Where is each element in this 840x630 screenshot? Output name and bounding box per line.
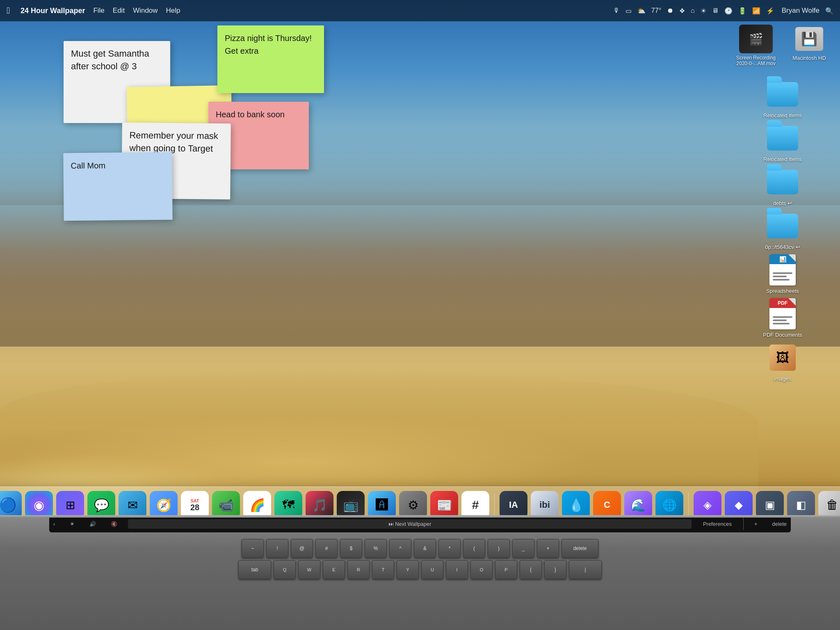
key-0[interactable]: ) [488,539,510,558]
dock-maps[interactable]: 🗺 [274,491,302,519]
key-3[interactable]: # [315,539,338,558]
key-1[interactable]: ! [266,539,288,558]
spreadsheets-icon[interactable]: 📊 Spreadsheets [760,253,805,294]
dock-photos[interactable]: 🌈 [243,491,271,519]
search-icon[interactable]: 🔍 [825,7,833,15]
username-display[interactable]: Bryan Wolfe [782,7,819,15]
key-q[interactable]: Q [274,560,296,579]
macintosh-hd-icon[interactable]: 💾 Macintosh HD [787,25,832,61]
key-tilde[interactable]: ~ [242,539,264,558]
dock-news[interactable]: 📰 [430,491,458,519]
sticky-note-callmom[interactable]: Call Mom [63,152,172,221]
key-t[interactable]: T [372,560,394,579]
tb-delete-key[interactable]: delete [768,519,791,529]
key-4[interactable]: $ [340,539,362,558]
dock-arc[interactable]: 🌊 [624,491,652,519]
key-2[interactable]: @ [291,539,313,558]
key-w[interactable]: W [298,560,320,579]
dock-ia-writer[interactable]: IA [500,491,527,519]
tb-back-key[interactable]: ‹ [49,519,59,529]
dock-mail[interactable]: ✉ [119,491,146,519]
dock-mercury[interactable]: 💧 [562,491,590,519]
home-icon[interactable]: ⌂ [691,7,695,14]
key-minus[interactable]: _ [512,539,534,558]
dock-ibi[interactable]: ibi [531,491,559,519]
key-tab[interactable]: tab [238,560,271,579]
menu-file[interactable]: File [93,7,104,15]
dock-misc4[interactable]: ◧ [787,491,815,519]
key-bracket-r[interactable]: } [544,560,566,579]
dock-tv[interactable]: 📺 [337,491,365,519]
key-u[interactable]: U [421,560,443,579]
weather-icon[interactable]: ⛅ [637,7,646,15]
key-7[interactable]: & [414,539,436,558]
dock-misc2[interactable]: ◆ [725,491,753,519]
mic-icon[interactable]: 🎙 [613,7,620,14]
dock-clario[interactable]: C [593,491,621,519]
clock-icon[interactable]: 🕐 [724,7,733,15]
dock-calendar[interactable]: SAT28 [181,491,209,519]
key-p[interactable]: P [495,560,517,579]
key-bracket-l[interactable]: { [520,560,542,579]
keyboard-row-2: tab Q W E R T Y U I O P { } | [16,560,824,579]
menu-edit[interactable]: Edit [113,7,125,15]
relocated-items-2-icon[interactable]: Relocated Items [760,122,805,162]
apple-logo-icon[interactable]:  [7,5,10,16]
key-delete[interactable]: delete [562,539,598,558]
bluetooth-icon[interactable]: ⚡ [766,7,774,15]
sticky-note-callmom-text: Call Mom [71,161,105,170]
dock-messages[interactable]: 💬 [87,491,115,519]
tb-plus-key[interactable]: + [750,519,762,529]
dock-music[interactable]: 🎵 [306,491,333,519]
wifi-icon[interactable]: 📶 [752,7,760,15]
key-pipe[interactable]: | [569,560,602,579]
dock-trash[interactable]: 🗑 [818,491,840,519]
sticky-note-pizza[interactable]: Pizza night is Thursday! Get extra [217,25,324,93]
dock-misc3[interactable]: ▣ [756,491,784,519]
key-5[interactable]: % [365,539,387,558]
sticky-note-pizza-text: Pizza night is Thursday! Get extra [225,34,312,55]
battery-icon[interactable]: 🔋 [738,7,746,15]
key-plus-eq[interactable]: + [537,539,559,558]
menu-left:  24 Hour Wallpaper File Edit Window Hel… [7,5,613,16]
tb-brightness-key[interactable]: ☀ [66,519,79,529]
dock-appstore[interactable]: 🅰 [368,491,396,519]
dock-slack[interactable]: # [461,491,489,519]
touchbar-next-wallpaper[interactable]: ⏭ Next Wallpaper [128,519,692,529]
menu-window[interactable]: Window [133,7,158,15]
dock-misc1[interactable]: ◈ [694,491,721,519]
dock-launchpad[interactable]: ⊞ [56,491,84,519]
key-o[interactable]: O [470,560,493,579]
pdf-docs-icon[interactable]: PDF PDF Documents [760,297,805,338]
key-6[interactable]: ^ [389,539,411,558]
debts-folder-icon[interactable]: debts ↩ [760,166,805,206]
temp-display: 77° [651,7,661,14]
screen-mirror-icon[interactable]: ▭ [625,7,632,15]
screen-recording-icon[interactable]: 🎬 Screen Recording2020-0-...AM.mov [733,25,778,66]
relocated-items-1-icon[interactable]: Relocated Items [760,78,805,119]
key-r[interactable]: R [347,560,370,579]
app-name[interactable]: 24 Hour Wallpaper [21,7,85,15]
op-folder-icon[interactable]: 0p::/t5643cv ↩ [760,210,805,250]
menu-help[interactable]: Help [166,7,180,15]
tb-volume-up-key[interactable]: 🔊 [85,519,100,529]
key-9[interactable]: ( [463,539,485,558]
dock-finder[interactable]: 🔵 [0,491,22,519]
touchbar-preferences[interactable]: Preferences [698,519,737,529]
brightness-icon[interactable]: ☀ [701,7,706,15]
screen-record-icon[interactable]: ⏺ [667,7,673,14]
dropbox-icon[interactable]: ❖ [679,7,685,15]
key-e[interactable]: E [323,560,345,579]
tb-mute-key[interactable]: 🔇 [107,519,121,529]
dock-system-preferences[interactable]: ⚙ [399,491,427,519]
dock-siri[interactable]: ◉ [25,491,53,519]
key-y[interactable]: Y [397,560,419,579]
dock-safari[interactable]: 🧭 [150,491,178,519]
dock-facetime[interactable]: 📹 [212,491,240,519]
images-icon[interactable]: 🖼 images [760,341,805,382]
display-icon[interactable]: 🖥 [712,7,719,14]
key-8[interactable]: * [438,539,461,558]
pdf-docs-label: PDF Documents [763,332,802,338]
key-i[interactable]: I [446,560,468,579]
dock-edge[interactable]: 🌐 [655,491,683,519]
